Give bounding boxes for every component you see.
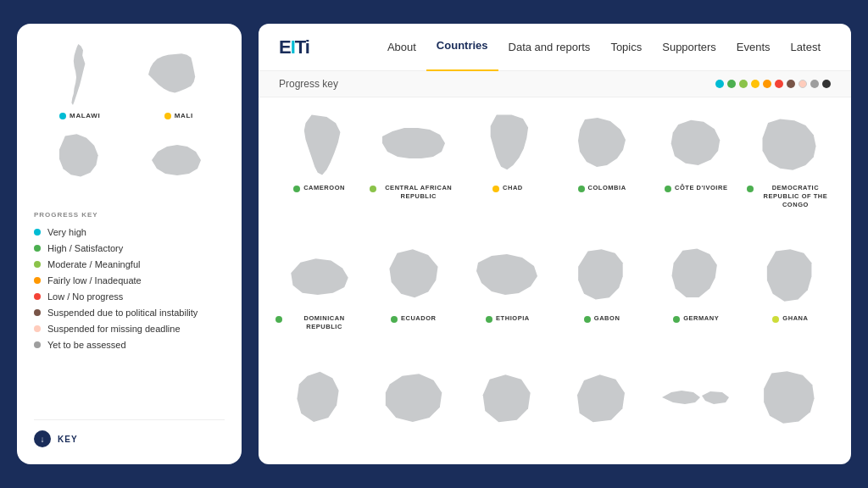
suspended-political-dot	[34, 309, 41, 316]
chad-name: CHAD	[492, 184, 523, 192]
cdi-dot	[665, 186, 671, 192]
country-ethiopia[interactable]: ETHIOPIA	[460, 235, 554, 357]
nav-item-countries[interactable]: Countries	[426, 24, 498, 72]
suspended-political-label: Suspended due to political instability	[47, 308, 198, 318]
map-previews: MALAWI MALI	[34, 41, 225, 194]
ghana-name: GHANA	[772, 314, 808, 323]
moderate-label: Moderate / Meaningful	[47, 259, 140, 269]
ecuador-dot	[391, 316, 398, 323]
country-dominican-republic[interactable]: DOMINICAN REPUBLIC	[272, 235, 366, 357]
nav-item-data[interactable]: Data and reports	[498, 24, 601, 71]
ecuador-map	[376, 241, 452, 309]
nav-link-events[interactable]: Events	[726, 24, 781, 71]
progress-dot-6	[775, 80, 783, 88]
country-r3c1[interactable]	[272, 357, 366, 458]
progress-dot-1	[715, 80, 724, 88]
key-item-moderate: Moderate / Meaningful	[34, 259, 225, 269]
germany-dot	[673, 316, 680, 323]
nav-item-topics[interactable]: Topics	[600, 24, 652, 71]
key-footer-icon: ↓	[34, 430, 51, 447]
country-gabon[interactable]: GABON	[554, 235, 648, 357]
mali-label: MALI	[164, 112, 193, 119]
not-assessed-dot	[34, 341, 41, 348]
country-cote-divoire[interactable]: CÔTE D'IVOIRE	[649, 104, 743, 235]
not-assessed-label: Yet to be assessed	[47, 340, 126, 350]
nav-link-about[interactable]: About	[377, 24, 426, 71]
progress-dot-7	[787, 80, 795, 88]
gabon-dot	[584, 316, 591, 323]
nav-item-supporters[interactable]: Supporters	[652, 24, 726, 71]
progress-key-section: PROGRESS KEY Very high High / Satisfacto…	[34, 211, 225, 356]
dr-map	[281, 241, 358, 309]
country-ghana[interactable]: GHANA	[743, 235, 837, 357]
r3c4-map	[564, 363, 640, 431]
nav-item-latest[interactable]: Latest	[781, 24, 831, 71]
country-r3c2[interactable]	[366, 357, 460, 458]
nav-item-events[interactable]: Events	[726, 24, 781, 71]
key-item-very-high: Very high	[34, 227, 225, 237]
navigation: EITi About Countries Data and reports To…	[259, 24, 851, 71]
mali-preview: MALI	[133, 41, 225, 119]
country-r3c3[interactable]	[460, 357, 554, 458]
malawi-preview: MALAWI	[34, 41, 126, 119]
progress-dot-2	[727, 80, 736, 88]
nav-link-countries[interactable]: Countries	[426, 24, 498, 72]
nav-link-data[interactable]: Data and reports	[498, 24, 601, 71]
nav-link-topics[interactable]: Topics	[600, 24, 652, 71]
nav-link-latest[interactable]: Latest	[781, 24, 831, 71]
country-r3c4[interactable]	[554, 357, 648, 458]
cameroon-map	[281, 111, 358, 179]
malawi-map	[46, 41, 114, 108]
nav-link-supporters[interactable]: Supporters	[652, 24, 726, 71]
r3c5-map	[658, 363, 734, 431]
car-map	[376, 111, 452, 179]
country-r3c6[interactable]	[743, 357, 837, 458]
mali-map	[145, 41, 213, 108]
colombia-dot	[578, 186, 585, 192]
country-r3c5[interactable]	[649, 357, 743, 458]
logo: EITi	[279, 36, 309, 58]
r3c2-map	[376, 363, 452, 431]
small-map-1	[46, 126, 114, 194]
key-item-high: High / Satisfactory	[34, 243, 225, 253]
key-item-fairly-low: Fairly low / Inadequate	[34, 275, 225, 286]
fairly-low-label: Fairly low / Inadequate	[47, 275, 142, 286]
colombia-map	[564, 111, 640, 179]
cdi-name: CÔTE D'IVOIRE	[665, 184, 727, 192]
mali-dot	[164, 113, 171, 119]
country-ecuador[interactable]: ECUADOR	[366, 235, 460, 357]
cameroon-name: CAMEROON	[293, 184, 345, 192]
small-country-1	[34, 126, 126, 194]
colombia-name: COLOMBIA	[578, 184, 626, 192]
progress-dot-4	[751, 80, 760, 88]
key-footer-label: KEY	[58, 435, 78, 444]
dr-name: DOMINICAN REPUBLIC	[275, 314, 363, 331]
progress-dot-8	[798, 80, 807, 88]
ethiopia-dot	[486, 316, 492, 323]
country-colombia[interactable]: COLOMBIA	[554, 104, 648, 235]
country-germany[interactable]: GERMANY	[649, 235, 743, 357]
progress-key-title: PROGRESS KEY	[34, 211, 225, 219]
key-item-suspended-deadline: Suspended for missing deadline	[34, 324, 225, 334]
key-item-low: Low / No progress	[34, 291, 225, 302]
germany-name: GERMANY	[673, 314, 719, 323]
very-high-dot	[34, 229, 41, 236]
progress-dot-5	[763, 80, 771, 88]
moderate-dot	[34, 261, 41, 268]
left-card: MALAWI MALI	[17, 24, 242, 464]
country-drc[interactable]: DEMOCRATIC REPUBLIC OF THE CONGO	[743, 104, 837, 235]
country-cameroon[interactable]: CAMEROON	[272, 104, 366, 235]
nav-item-about[interactable]: About	[377, 24, 426, 71]
country-chad[interactable]: CHAD	[460, 104, 554, 235]
key-footer[interactable]: ↓ KEY	[34, 419, 225, 447]
progress-dot-9	[810, 80, 819, 88]
ghana-dot	[772, 316, 779, 323]
gabon-map	[564, 241, 640, 309]
chad-dot	[492, 186, 499, 192]
chad-map	[470, 111, 546, 179]
cdi-map	[658, 111, 734, 179]
country-central-african-republic[interactable]: CENTRAL AFRICAN REPUBLIC	[366, 104, 460, 235]
drc-dot	[747, 186, 754, 192]
r3c6-map	[752, 363, 828, 431]
malawi-label: MALAWI	[59, 112, 100, 119]
